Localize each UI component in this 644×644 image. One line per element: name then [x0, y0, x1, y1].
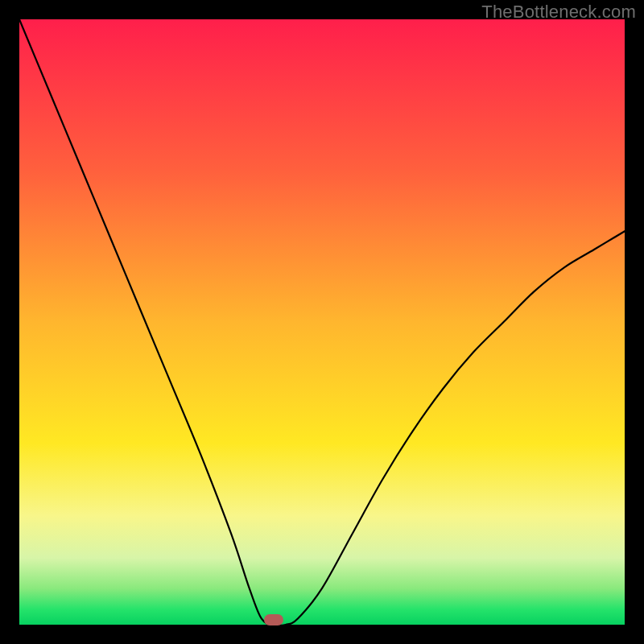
- minimum-marker: [264, 614, 283, 625]
- curve-svg: [19, 19, 625, 625]
- chart-frame: TheBottleneck.com: [0, 0, 644, 644]
- plot-area: [19, 19, 625, 625]
- watermark-text: TheBottleneck.com: [481, 2, 636, 23]
- bottleneck-curve: [19, 19, 625, 625]
